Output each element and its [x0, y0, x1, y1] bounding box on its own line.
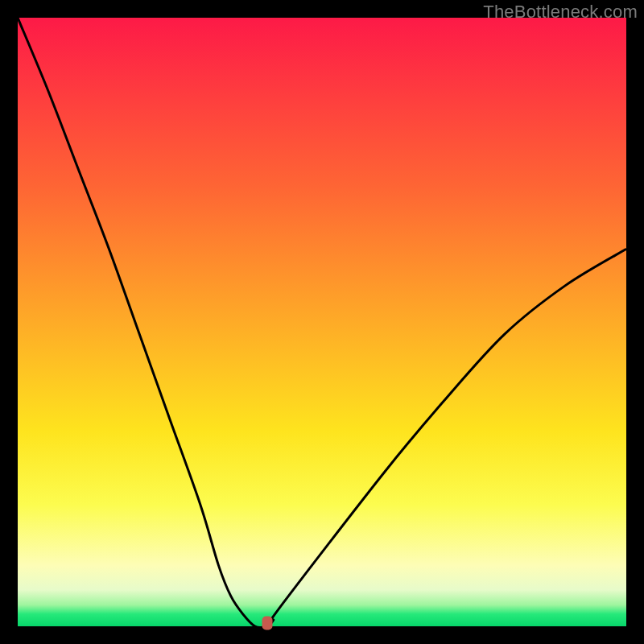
optimal-point-marker — [262, 617, 272, 630]
bottleneck-curve-svg — [18, 18, 626, 626]
chart-frame: TheBottleneck.com — [0, 0, 644, 644]
bottleneck-curve-path — [18, 18, 626, 626]
watermark-label: TheBottleneck.com — [483, 2, 638, 23]
